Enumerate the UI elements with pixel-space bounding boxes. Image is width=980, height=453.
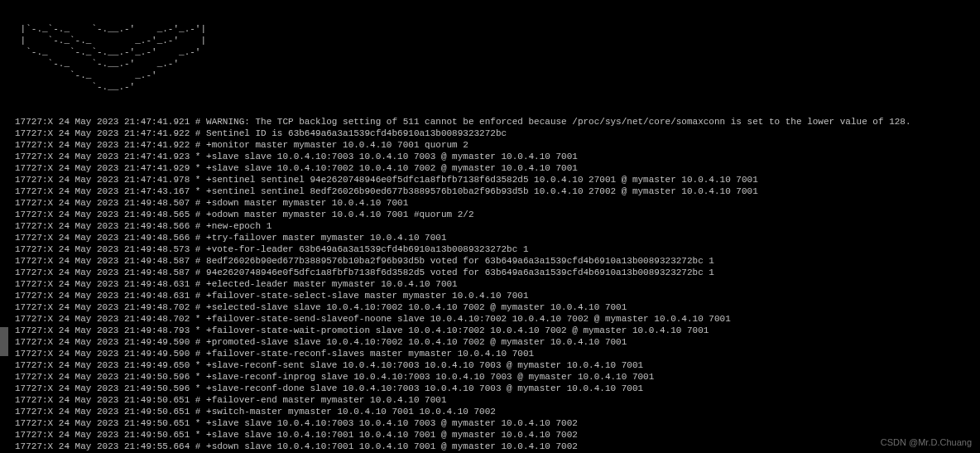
log-line: 17727:X 24 May 2023 21:49:48.702 * +fail… [15,313,977,325]
log-line: 17727:X 24 May 2023 21:49:48.587 # 8edf2… [15,255,977,267]
ascii-art-line: |`-._`-._ `-.__.-' _.-'_.-'| [15,23,977,35]
ascii-art-block: |`-._`-._ `-.__.-' _.-'_.-'| | `-._`-._ … [15,23,977,93]
terminal-output: |`-._`-._ `-.__.-' _.-'_.-'| | `-._`-._ … [12,0,980,453]
ascii-art-line: `-.__.-' [15,81,977,93]
ascii-art-line: | `-._`-._ _.-'_.-' | [15,35,977,46]
log-line: 17727:X 24 May 2023 21:49:48.573 # +vote… [15,243,977,255]
log-line: 17727:X 24 May 2023 21:49:48.507 # +sdow… [15,197,977,209]
log-line: 17727:X 24 May 2023 21:49:48.566 # +new-… [15,220,977,232]
log-line: 17727:X 24 May 2023 21:49:48.631 # +elec… [15,278,977,290]
watermark-text: CSDN @Mr.D.Chuang [881,436,972,448]
log-line: 17727:X 24 May 2023 21:49:50.651 * +slav… [15,417,977,429]
log-line: 17727:X 24 May 2023 21:49:48.566 # +try-… [15,232,977,243]
log-line: 17727:X 24 May 2023 21:49:50.651 * +slav… [15,429,977,441]
ascii-art-line: `-._ _.-' [15,70,977,81]
log-line: 17727:X 24 May 2023 21:49:48.793 * +fail… [15,325,977,336]
log-output-block: 17727:X 24 May 2023 21:47:41.921 # WARNI… [15,116,977,452]
log-line: 17727:X 24 May 2023 21:49:50.596 * +slav… [15,371,977,383]
log-line: 17727:X 24 May 2023 21:49:48.702 # +sele… [15,301,977,313]
ascii-art-line: `-._ `-.__.-' _.-' [15,58,977,70]
log-line: 17727:X 24 May 2023 21:49:55.664 # +sdow… [15,441,977,452]
log-line: 17727:X 24 May 2023 21:49:49.590 # +prom… [15,336,977,348]
log-line: 17727:X 24 May 2023 21:49:49.590 # +fail… [15,348,977,359]
log-line: 17727:X 24 May 2023 21:49:50.651 # +swit… [15,406,977,417]
log-line: 17727:X 24 May 2023 21:49:48.565 # +odow… [15,209,977,220]
log-line: 17727:X 24 May 2023 21:49:48.631 # +fail… [15,290,977,301]
ascii-art-line: `-._ `-._`-.__.-'_.-' _.-' [15,46,977,58]
vertical-scrollbar-track[interactable] [0,0,8,453]
log-line: 17727:X 24 May 2023 21:49:50.651 # +fail… [15,394,977,406]
log-line: 17727:X 24 May 2023 21:47:41.929 * +slav… [15,162,977,174]
log-line: 17727:X 24 May 2023 21:47:41.922 # Senti… [15,128,977,139]
log-line: 17727:X 24 May 2023 21:49:48.587 # 94e26… [15,267,977,278]
log-line: 17727:X 24 May 2023 21:47:43.167 * +sent… [15,186,977,197]
log-line: 17727:X 24 May 2023 21:47:41.978 * +sent… [15,174,977,186]
log-line: 17727:X 24 May 2023 21:47:41.921 # WARNI… [15,116,977,128]
log-line: 17727:X 24 May 2023 21:49:50.596 * +slav… [15,383,977,394]
log-line: 17727:X 24 May 2023 21:47:41.923 * +slav… [15,151,977,162]
log-line: 17727:X 24 May 2023 21:49:49.650 * +slav… [15,359,977,371]
log-line: 17727:X 24 May 2023 21:47:41.922 # +moni… [15,139,977,151]
vertical-scrollbar-thumb[interactable] [0,327,8,356]
